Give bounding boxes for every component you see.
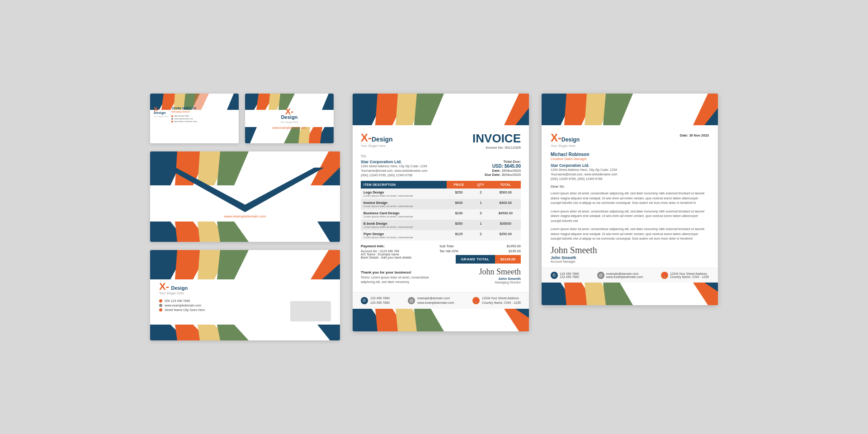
item-price-cell: $400 [447,199,471,209]
lh-footer-phone: ✆ 123 456 7890 123 456 7890 [551,272,579,279]
lh-addr2: Country Name, CNH - 1235 [670,275,709,278]
svg-marker-10 [322,94,334,110]
payment-account: Account No : 0123 456 789 [361,250,411,253]
inv-due-date-row: Due Date: 30/Nov/2023 [485,173,521,177]
inv-due-value: 30/Nov/2023 [501,173,521,177]
lh-footer-address-text: 123/A Your Street Address Country Name, … [670,272,709,278]
subtotal-label: Sub Total [439,244,453,248]
grand-total-label: GRAND TOTAL [456,255,495,264]
lh-doc-recipient-name: Michacl Robinson [551,152,709,157]
card-logo: X- Design Your Slogan Here [154,106,168,118]
inv-num-value: 00112345 [505,146,521,150]
lh-doc-body3: Lorem ipsum dolor sit amet, consectetuer… [551,227,709,241]
item-desc-cell: Business Card Design Lorem ipsum dolor s… [361,209,447,220]
inv-client-name: Star Corporation Ltd. [361,160,428,164]
inv-sig-name: John Smeeth [479,277,521,281]
lh-doc-bottom-shapes [542,283,718,305]
lh-date-label: Date: [680,133,689,137]
lh-small-phone: 000 123 456 7890 [165,299,190,302]
inv-due-label: Due Date: [485,173,500,177]
card-logo-design: Design [154,111,168,115]
col-qty: QTY [471,181,490,189]
lh-sig-title: Account Manager [551,260,709,263]
svg-marker-14 [284,127,300,143]
footer-addr2: Country Name, CNH - 1235 [482,301,521,305]
tax-value: $195.00 [509,249,521,253]
footer-phone-icon: ✆ [361,297,368,304]
lh-small-bottom-shapes [150,325,340,340]
inv-client-phone: (000) 12345 6789, (000) 12345 6789 [361,173,428,178]
lh-footer-phone-icon: ✆ [551,272,558,279]
invoice-signature: John Smeeth John Smeeth Managing Directo… [479,267,521,284]
item-price-cell: $150 [447,209,471,220]
footer-phone-text: 123 456 7890 123 456 7890 [370,296,390,305]
lh-phone1: 123 456 7890 [560,272,579,275]
card-person-title: Managing Director [171,110,235,113]
card-back-center: X- Design Your Slogan Here www.exampledo… [272,108,307,129]
website-icon [171,118,173,120]
inv-client-address: 1234 Street Address Here, City Zip Code-… [361,164,428,169]
left-column: X- Design Your Slogan Here JOHN SMEETH M… [150,94,340,340]
card-website-row: www.websitename.com [171,118,235,120]
card-slogan: Your Slogan Here [154,115,168,118]
letterhead-small: X- Design Your Slogan Here 000 123 456 7… [150,250,340,340]
lh-footer-location-icon: 📍 [661,272,668,279]
inv-logo-x: X- [361,132,372,144]
item-qty-cell: 1 [471,220,490,230]
footer-phone2: 123 456 7890 [370,301,390,305]
thank-you-text: Thank you for your business! [361,270,429,274]
invoice-client: Star Corporation Ltd. 1234 Street Addres… [361,160,428,177]
invoice-to-label: TO, [361,154,521,158]
invoice-top-shapes [353,94,529,125]
col-price: PRICE [447,181,471,189]
invoice-footer: ✆ 123 456 7890 123 456 7890 @ example@do… [353,292,529,309]
table-row: Logo Design Lorem ipsum dolor sit amet, … [361,189,521,199]
lh-footer-email: @ example@domain.com www.exampledomain.c… [597,272,643,279]
footer-email-item: @ example@domain.com www.exampledomain.c… [408,296,454,305]
lh-doc-company: Star Corporation Ltd. [551,163,709,168]
item-desc-cell: E-book Design Lorem ipsum dolor sit amet… [361,220,447,230]
item-price-cell: $125 [447,230,471,241]
footer-location-icon: 📍 [472,297,480,304]
item-total-cell: $400.00 [491,199,521,209]
item-qty-cell: 2 [471,189,490,199]
subtotal-row: Sub Total $1950.00 [439,244,521,248]
inv-sig-cursive: John Smeeth [479,267,521,277]
business-card-front: X- Design Your Slogan Here JOHN SMEETH M… [150,94,239,143]
invoice-number: Invoice No: 00112345 [472,146,521,150]
card-back-bottom-shapes [245,127,334,143]
lh-doc-recipient-role: Creative Sales Manager [551,157,709,161]
lh-email2: www.exampledomain.com [606,275,643,278]
svg-marker-31 [217,250,249,279]
col-item-desc: ITEM DESCRIPTION [361,181,447,189]
svg-marker-26 [217,222,249,242]
lh-footer-email-icon: @ [597,272,604,279]
footer-email2: www.exampledomain.com [417,301,454,305]
lh-phone-icon [159,299,162,302]
table-header-row: ITEM DESCRIPTION PRICE QTY TOTAL [361,181,521,189]
item-desc-cell: Logo Design Lorem ipsum dolor sit amet, … [361,189,447,199]
svg-marker-54 [603,94,633,125]
item-price-cell: $350 [447,220,471,230]
item-price-cell: $250 [447,189,471,199]
lh-small-logo-x: X- [159,281,169,292]
invoice-document: X-Design Your Slogan Here INVOICE Invoic… [353,94,529,331]
invoice-content: X-Design Your Slogan Here INVOICE Invoic… [353,125,529,292]
svg-marker-38 [317,325,340,340]
inv-date-row: Date: 25/Nov/2023 [485,169,521,173]
envelope-website: www.exampledomain.com [224,214,266,218]
lh-addr1: 123/A Your Street Address [670,272,709,275]
table-row: Business Card Design Lorem ipsum dolor s… [361,209,521,220]
svg-marker-15 [245,127,257,143]
inv-date-value: 25/Nov/2023 [501,169,521,173]
envelope-bottom-shapes [150,222,340,242]
lh-doc-signature: John Smeeth John Smeeth Account Manager [551,245,709,263]
table-row: E-book Design Lorem ipsum dolor sit amet… [361,220,521,230]
inv-slogan: Your Slogan Here [361,144,393,147]
lh-small-logo: X- Design Your Slogan Here [159,281,331,295]
footer-phone-item: ✆ 123 456 7890 123 456 7890 [361,296,390,305]
svg-marker-42 [414,94,444,125]
phone-icon [171,115,173,117]
main-container: X- Design Your Slogan Here JOHN SMEETH M… [132,75,736,359]
invoice-billing-row: Star Corporation Ltd. 1234 Street Addres… [361,160,521,177]
